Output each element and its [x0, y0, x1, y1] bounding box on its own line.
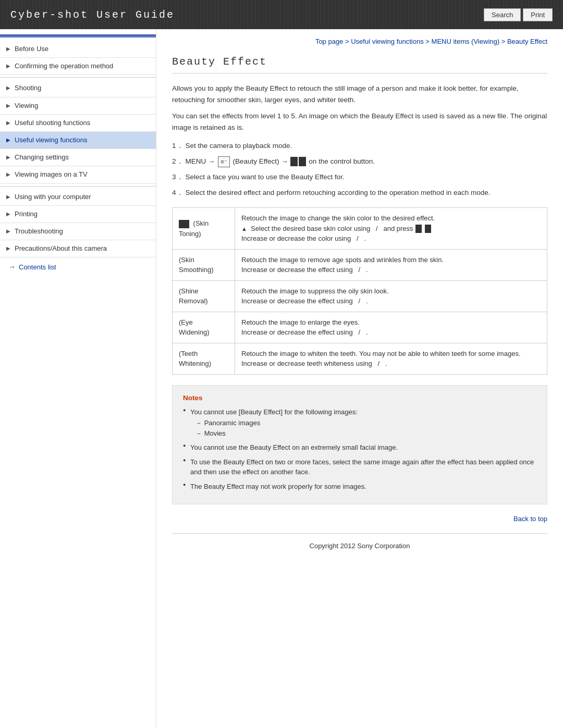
skin-toning-icon [179, 220, 189, 228]
breadcrumb-top-page[interactable]: Top page [315, 38, 344, 45]
footer: Copyright 2012 Sony Corporation [172, 533, 547, 558]
sidebar-item-useful-viewing[interactable]: ▶ Useful viewing functions [0, 132, 156, 149]
sidebar-item-confirming[interactable]: ▶ Confirming the operation method [0, 58, 156, 75]
intro-paragraph-1: Allows you to apply the Beauty Effect to… [172, 83, 547, 105]
notes-sublist: Panoramic images Movies [190, 418, 536, 438]
chevron-right-icon: ▶ [6, 45, 10, 53]
control-left-icon [290, 157, 298, 166]
chevron-right-icon: ▶ [6, 154, 10, 161]
sidebar-item-viewing[interactable]: ▶ Viewing [0, 97, 156, 115]
step-text-3: Select a face you want to use the Beauty… [186, 171, 345, 183]
notes-list: You cannot use [Beauty Effect] for the f… [183, 407, 536, 492]
sidebar-label: Changing settings [15, 153, 148, 162]
print-button[interactable]: Print [523, 8, 553, 21]
step-text-4: Select the desired effect and perform re… [186, 187, 491, 199]
step-2: 2． MENU → ≡⁻ (Beauty Effect) → on the co… [172, 156, 547, 167]
list-item: To use the Beauty Effect on two or more … [183, 457, 536, 477]
sidebar-item-printing[interactable]: ▶ Printing [0, 206, 156, 223]
step-4: 4． Select the desired effect and perform… [172, 187, 547, 199]
table-row: (Skin Toning) Retouch the image to chang… [173, 208, 547, 250]
main-layout: ▶ Before Use ▶ Confirming the operation … [0, 29, 563, 728]
sidebar-item-before-use[interactable]: ▶ Before Use [0, 41, 156, 58]
sidebar-decoration [0, 34, 156, 38]
sidebar-label: Useful viewing functions [15, 135, 148, 145]
menu-symbol: ≡⁻ [218, 156, 229, 168]
sidebar-label: Troubleshooting [15, 227, 148, 236]
list-item: You cannot use the Beauty Effect on an e… [183, 442, 536, 453]
list-item: You cannot use [Beauty Effect] for the f… [183, 407, 536, 439]
sidebar-label: Using with your computer [15, 192, 148, 202]
table-cell-label: (TeethWhitening) [173, 343, 235, 374]
step-num-1: 1． [172, 140, 183, 152]
step-num-2: 2． [172, 156, 183, 167]
step-1: 1． Set the camera to playback mode. [172, 140, 547, 152]
sidebar-label: Printing [15, 209, 148, 219]
btn-icon-1 [415, 225, 422, 233]
table-cell-desc: Retouch the image to whiten the teeth. Y… [235, 343, 547, 374]
breadcrumb-sep2: > [425, 38, 431, 45]
list-item: The Beauty Effect may not work properly … [183, 482, 536, 492]
sidebar-item-troubleshooting[interactable]: ▶ Troubleshooting [0, 223, 156, 240]
chevron-right-icon: ▶ [6, 193, 10, 201]
header: Cyber-shot User Guide Search Print [0, 0, 563, 29]
btn-icon-2 [425, 225, 431, 233]
table-row: (SkinSmoothing) Retouch the image to rem… [173, 249, 547, 280]
back-to-top: Back to top [172, 515, 547, 523]
breadcrumb-sep1: > [345, 38, 351, 45]
step-text-2: MENU → ≡⁻ (Beauty Effect) → on the contr… [186, 156, 375, 167]
step-num-4: 4． [172, 187, 183, 199]
notes-title: Notes [183, 394, 536, 402]
sidebar-item-changing-settings[interactable]: ▶ Changing settings [0, 149, 156, 166]
table-cell-label: (SkinSmoothing) [173, 249, 235, 280]
arrow-right-icon: → [8, 263, 16, 271]
chevron-right-icon: ▶ [6, 171, 10, 178]
sidebar: ▶ Before Use ▶ Confirming the operation … [0, 29, 156, 728]
sidebar-label: Useful shooting functions [15, 118, 148, 128]
table-cell-label: (ShineRemoval) [173, 280, 235, 312]
table-cell-desc: Retouch the image to suppress the oily s… [235, 280, 547, 312]
chevron-right-icon: ▶ [6, 84, 10, 92]
sidebar-label: Confirming the operation method [15, 61, 148, 71]
sidebar-item-precautions[interactable]: ▶ Precautions/About this camera [0, 240, 156, 257]
content-area: Top page > Useful viewing functions > ME… [156, 29, 563, 728]
table-cell-desc: Retouch the image to change the skin col… [235, 208, 547, 250]
breadcrumb-useful-viewing[interactable]: Useful viewing functions [351, 38, 423, 45]
table-row: (EyeWidening) Retouch the image to enlar… [173, 312, 547, 343]
notes-box: Notes You cannot use [Beauty Effect] for… [172, 385, 547, 505]
sidebar-label: Viewing [15, 101, 148, 110]
back-to-top-link[interactable]: Back to top [513, 515, 547, 523]
sidebar-item-viewing-tv[interactable]: ▶ Viewing images on a TV [0, 166, 156, 183]
contents-list-link[interactable]: → Contents list [0, 257, 156, 276]
steps-list: 1． Set the camera to playback mode. 2． M… [172, 140, 547, 198]
step-text-1: Set the camera to playback mode. [186, 140, 292, 152]
breadcrumb-sep3: > [501, 38, 507, 45]
sidebar-item-computer[interactable]: ▶ Using with your computer [0, 189, 156, 206]
table-cell-label: (EyeWidening) [173, 312, 235, 343]
chevron-right-icon: ▶ [6, 228, 10, 235]
page-title: Beauty Effect [172, 56, 547, 73]
search-button[interactable]: Search [484, 8, 521, 21]
breadcrumb-current: Beauty Effect [507, 38, 547, 45]
list-item: Movies [195, 428, 536, 439]
control-right-icon [299, 157, 306, 166]
sidebar-item-useful-shooting[interactable]: ▶ Useful shooting functions [0, 115, 156, 132]
chevron-right-icon: ▶ [6, 119, 10, 127]
table-cell-desc: Retouch the image to enlarge the eyes. I… [235, 312, 547, 343]
chevron-right-icon: ▶ [6, 245, 10, 252]
table-cell-label: (Skin Toning) [173, 208, 235, 250]
list-item: Panoramic images [195, 418, 536, 428]
sidebar-label: Before Use [15, 44, 148, 54]
breadcrumb: Top page > Useful viewing functions > ME… [172, 38, 547, 45]
app-title: Cyber-shot User Guide [10, 9, 175, 21]
copyright-text: Copyright 2012 Sony Corporation [310, 542, 410, 550]
table-row: (ShineRemoval) Retouch the image to supp… [173, 280, 547, 312]
chevron-right-icon: ▶ [6, 102, 10, 109]
step-num-3: 3． [172, 171, 183, 183]
effect-table: (Skin Toning) Retouch the image to chang… [172, 207, 547, 375]
sidebar-label: Viewing images on a TV [15, 170, 148, 179]
breadcrumb-menu-items[interactable]: MENU items (Viewing) [432, 38, 500, 45]
sidebar-item-shooting[interactable]: ▶ Shooting [0, 80, 156, 97]
note-text: You cannot use [Beauty Effect] for the f… [190, 408, 358, 416]
table-cell-desc: Retouch the image to remove age spots an… [235, 249, 547, 280]
table-row: (TeethWhitening) Retouch the image to wh… [173, 343, 547, 374]
